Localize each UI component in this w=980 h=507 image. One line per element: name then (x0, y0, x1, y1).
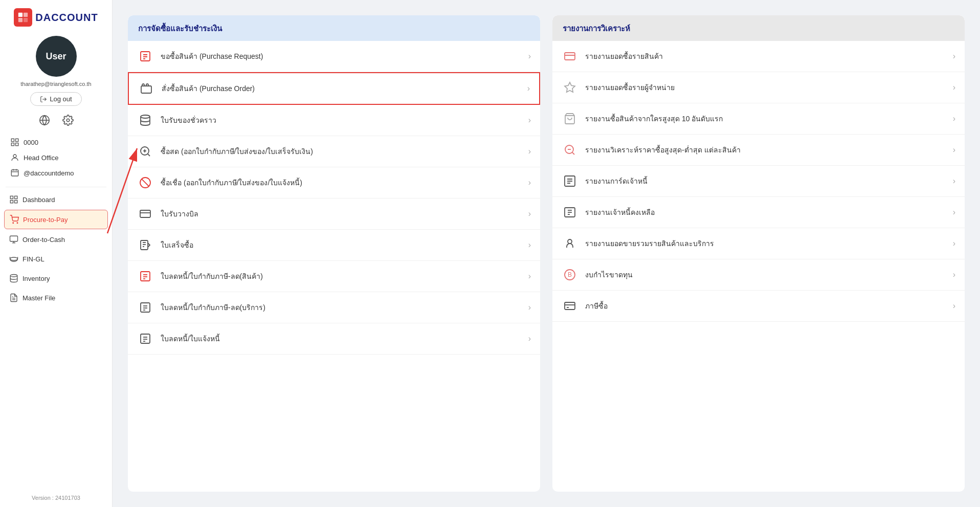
temp-receipt-icon (137, 112, 153, 128)
nav-order-to-cash[interactable]: Order-to-Cash (4, 230, 108, 249)
svg-rect-19 (10, 201, 13, 203)
svg-rect-44 (141, 240, 148, 250)
debit-note-icon (137, 330, 153, 347)
r-menu-item-1[interactable]: รายงานยอดซื้อรายผู้จำหน่าย › (552, 72, 965, 103)
svg-rect-8 (11, 139, 14, 141)
r-menu-item-7[interactable]: B งบกำไรขาดทุน › (552, 259, 965, 291)
svg-rect-18 (15, 196, 17, 199)
svg-point-35 (141, 115, 150, 118)
debit-service-icon (137, 299, 153, 316)
svg-point-72 (568, 239, 572, 244)
nav-dashboard[interactable]: Dashboard (4, 190, 108, 209)
logout-button[interactable]: Log out (30, 92, 81, 106)
svg-point-26 (10, 257, 18, 260)
r-chevron-0: › (953, 52, 955, 61)
left-panel-header: การจัดซื้อและรับชำระเงิน (128, 15, 540, 41)
menu-item-3[interactable]: ซื้อสด (ออกใบกำกับภาษี/ใบส่งของ/ใบเสร็จร… (128, 136, 540, 167)
right-panel: รายงานการวิเคราะห์ รายงานยอดซื้อรายสินค้… (552, 15, 965, 492)
menu-label-9: ใบลดหนี้/ใบแจ้งหนี้ (161, 333, 220, 344)
svg-line-41 (142, 179, 149, 186)
svg-point-7 (66, 119, 70, 122)
r-chevron-6: › (953, 239, 955, 248)
svg-line-65 (572, 152, 574, 155)
svg-line-37 (148, 154, 150, 156)
svg-text:B: B (568, 271, 572, 278)
menu-item-2[interactable]: ใบรับของชั่วคราว › (128, 105, 540, 136)
chevron-icon-8: › (528, 303, 531, 312)
svg-rect-2 (18, 18, 23, 22)
svg-rect-34 (141, 86, 151, 93)
branch-code-item: 0000 (8, 135, 104, 150)
user-email: tharathep@trianglesoft.co.th (16, 81, 95, 87)
chevron-icon-0: › (528, 52, 531, 61)
nav-fin-gl[interactable]: FIN-GL (4, 250, 108, 268)
r-chevron-3: › (953, 145, 955, 155)
menu-label-8: ใบลดหนี้/ใบกำกับภาษี-ลด(บริการ) (161, 302, 265, 313)
r-menu-item-0[interactable]: รายงานยอดซื้อรายสินค้า › (552, 41, 965, 72)
svg-point-21 (13, 223, 14, 224)
r-icon-1 (562, 79, 578, 96)
main-content: การจัดซื้อและรับชำระเงิน ขอซื้อสินค้า (P… (113, 0, 980, 507)
menu-item-4[interactable]: ซื้อเชื่อ (ออกใบกำกับภาษี/ใบส่งของ/ใบแจ้… (128, 167, 540, 199)
chevron-icon-4: › (528, 178, 531, 187)
credit-purchase-icon (137, 174, 153, 191)
globe-icon[interactable] (37, 113, 52, 127)
nav-inventory[interactable]: Inventory (4, 269, 108, 288)
r-menu-label-0: รายงานยอดซื้อรายสินค้า (585, 51, 663, 62)
svg-rect-17 (10, 196, 13, 199)
svg-rect-10 (11, 143, 14, 146)
r-menu-item-4[interactable]: รายงานการ์ดเจ้าหนี้ › (552, 166, 965, 197)
svg-rect-48 (141, 272, 150, 281)
svg-rect-30 (141, 52, 150, 61)
menu-item-8[interactable]: ใบลดหนี้/ใบกำกับภาษี-ลด(บริการ) › (128, 292, 540, 323)
r-menu-label-5: รายงานเจ้าหนี้คงเหลือ (585, 207, 655, 218)
r-chevron-4: › (953, 177, 955, 186)
r-menu-label-4: รายงานการ์ดเจ้าหนี้ (585, 175, 648, 187)
menu-label-4: ซื้อเชื่อ (ออกใบกำกับภาษี/ใบส่งของ/ใบแจ้… (161, 177, 302, 188)
r-menu-item-2[interactable]: รายงานซื้อสินค้าจากใครสูงสุด 10 อันดับแร… (552, 103, 965, 135)
r-chevron-2: › (953, 114, 955, 123)
logo-text: DACCOUNT (35, 12, 98, 24)
menu-label-7: ใบลดหนี้/ใบกำกับภาษี-ลด(สินค้า) (161, 271, 263, 282)
r-menu-label-7: งบกำไรขาดทุน (585, 269, 633, 280)
r-menu-item-8[interactable]: ภาษีซื้อ › (552, 291, 965, 322)
menu-item-6[interactable]: ใบเสร็จซื้อ › (128, 230, 540, 261)
svg-rect-1 (24, 13, 28, 17)
r-menu-item-6[interactable]: รายงานยอดขายรวมรายสินค้าและบริการ › (552, 228, 965, 259)
menu-item-5[interactable]: ใบรับวางบิล › (128, 199, 540, 230)
menu-label-6: ใบเสร็จซื้อ (161, 239, 193, 251)
logo: DACCOUNT (14, 8, 98, 27)
r-menu-label-3: รายงานวิเคราะห์ราคาซื้อสูงสุด-ต่ำสุด แต่… (585, 144, 741, 156)
r-menu-label-1: รายงานยอดซื้อรายผู้จำหน่าย (585, 82, 675, 93)
purchase-order-icon (138, 80, 154, 97)
svg-rect-20 (15, 201, 17, 203)
nav-procure-to-pay[interactable]: Procure-to-Pay (4, 210, 108, 229)
r-menu-item-5[interactable]: รายงานเจ้าหนี้คงเหลือ › (552, 197, 965, 228)
content-wrapper: การจัดซื้อและรับชำระเงิน ขอซื้อสินค้า (P… (128, 15, 965, 492)
r-icon-6 (562, 235, 578, 252)
svg-rect-11 (16, 143, 18, 146)
svg-rect-56 (141, 334, 150, 343)
r-icon-3 (562, 142, 578, 158)
menu-item-7[interactable]: ใบลดหนี้/ใบกำกับภาษี-ลด(สินค้า) › (128, 261, 540, 292)
menu-item-9[interactable]: ใบลดหนี้/ใบแจ้งหนี้ › (128, 323, 540, 355)
r-menu-label-6: รายงานยอดขายรวมรายสินค้าและบริการ (585, 238, 714, 249)
purchase-receipt-icon (137, 237, 153, 253)
chevron-icon-7: › (528, 272, 531, 281)
menu-item-1[interactable]: สั่งซื้อสินค้า (Purchase Order) › (128, 72, 540, 105)
chevron-icon-1: › (527, 84, 530, 93)
version-label: Version : 24101703 (32, 491, 80, 501)
r-menu-item-3[interactable]: รายงานวิเคราะห์ราคาซื้อสูงสุด-ต่ำสุด แต่… (552, 135, 965, 166)
r-icon-5 (562, 204, 578, 221)
svg-rect-13 (11, 170, 18, 176)
menu-label-3: ซื้อสด (ออกใบกำกับภาษี/ใบส่งของ/ใบเสร็จร… (161, 146, 313, 157)
nav-master-file[interactable]: Master File (4, 289, 108, 307)
menu-item-0[interactable]: ขอซื้อสินค้า (Purchase Request) › (128, 41, 540, 72)
nav-section: Dashboard Procure-to-Pay Order-to-Cash F… (0, 190, 112, 308)
menu-label-1: สั่งซื้อสินค้า (Purchase Order) (162, 83, 255, 94)
svg-rect-42 (140, 210, 150, 217)
chevron-icon-3: › (528, 147, 531, 156)
settings-icon[interactable] (61, 113, 75, 127)
svg-rect-23 (10, 236, 18, 241)
demo-label-item: @daccountdemo (8, 165, 104, 181)
